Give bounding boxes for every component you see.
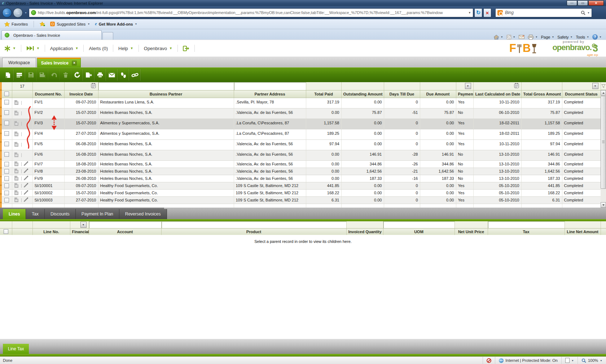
column-header-product[interactable]: Product [161, 228, 346, 235]
browser-tab-sales-invoice[interactable]: Openbravo - Sales Invoice [1, 30, 102, 40]
maximize-button[interactable]: ▭ [578, 0, 588, 6]
search-box[interactable]: Bing ▼ [495, 8, 592, 17]
filter-last-calculated-on-date[interactable] [473, 82, 521, 90]
toolbar-delete-button[interactable] [60, 69, 71, 81]
column-header-due-amount[interactable]: Due Amount [420, 90, 456, 98]
filter-tax[interactable] [488, 221, 565, 228]
filter-financial[interactable]: ▼ [70, 221, 89, 228]
document-icon[interactable] [14, 100, 19, 106]
column-header-total-gross-amount[interactable]: Total Gross Amount [521, 90, 562, 98]
dropdown-filter-button[interactable]: ▼ [592, 83, 598, 89]
column-header-invoice-date[interactable]: Invoice Date [64, 90, 98, 98]
tab-reversed-invoices[interactable]: Reversed Invoices [119, 209, 167, 219]
edit-icon[interactable] [23, 169, 28, 174]
document-icon[interactable] [14, 176, 19, 182]
minimize-button[interactable]: — [567, 0, 577, 6]
toolbar-export-button[interactable] [83, 69, 95, 81]
toolbar-audit-trail-button[interactable] [118, 69, 129, 81]
forward-button[interactable]: → [13, 8, 23, 18]
tab-line-tax[interactable]: Line Tax [3, 344, 29, 354]
filter-document-status[interactable]: ▼ [562, 82, 601, 90]
vertical-scrollbar[interactable] [601, 82, 606, 208]
document-icon[interactable] [14, 121, 19, 127]
row-checkbox[interactable] [4, 198, 9, 203]
scroll-up-button[interactable] [601, 90, 606, 96]
refresh-button[interactable]: ↻ [474, 8, 482, 17]
toolbar-undo-button[interactable] [48, 69, 60, 81]
toolbar-discard-button[interactable] [37, 69, 48, 81]
filter-account[interactable] [89, 221, 161, 228]
document-icon[interactable] [14, 183, 19, 189]
column-header-invoiced-quantity[interactable]: Invoiced Quantity [346, 228, 383, 235]
edit-icon[interactable] [23, 183, 28, 188]
column-header-outstanding-amount[interactable]: Outstanding Amount [341, 90, 384, 98]
alerts-menu[interactable]: Alerts (0) [89, 46, 108, 51]
document-icon[interactable] [14, 190, 19, 196]
filter-funnel-button[interactable] [601, 82, 606, 90]
security-zone[interactable]: Internet | Protected Mode: On [495, 357, 561, 364]
close-icon[interactable]: × [72, 61, 77, 66]
page-menu[interactable]: Page ▼ [541, 35, 554, 39]
logout-button[interactable] [183, 46, 189, 51]
edit-icon[interactable] [23, 197, 28, 203]
toolbar-new-document-button[interactable] [2, 69, 14, 81]
filter-uom[interactable] [383, 221, 454, 228]
tab-sales-invoice[interactable]: Sales Invoice × [37, 58, 81, 67]
row-checkbox[interactable] [4, 162, 9, 167]
column-header-business-partner[interactable]: Business Partner [98, 90, 234, 98]
row-checkbox[interactable] [4, 183, 9, 188]
edit-icon[interactable] [23, 176, 28, 181]
read-mail-button[interactable] [519, 35, 524, 39]
row-checkbox[interactable] [4, 142, 9, 146]
row-checkbox[interactable] [4, 152, 9, 157]
edit-icon[interactable] [23, 190, 28, 196]
column-header-account[interactable]: Account [89, 228, 161, 235]
tab-lines[interactable]: Lines [3, 209, 26, 219]
invoice-row-fv-1[interactable]: FV/109-07-2010Restaurantes Luna Llena, S… [2, 98, 601, 108]
dropdown-filter-button[interactable]: ▼ [465, 83, 471, 89]
row-checkbox[interactable] [4, 176, 9, 181]
row-checkbox[interactable] [4, 131, 9, 136]
invoice-row-fv-7[interactable]: FV/718-08-2010Hoteles Buenas Noches, S.A… [2, 160, 601, 168]
quick-launch-button[interactable]: ▼ [26, 46, 40, 51]
help-menu[interactable]: ? ▼ [592, 34, 602, 40]
url-field[interactable]: http://live.builds.openbravo.com/int-ful… [29, 8, 473, 17]
help-menu-ob[interactable]: Help ▼ [118, 46, 133, 51]
suggested-sites-button[interactable]: Suggested Sites ▼ [49, 21, 91, 27]
scroll-down-button[interactable] [601, 202, 606, 208]
select-all-checkbox[interactable] [4, 229, 8, 234]
application-menu[interactable]: Application ▼ [50, 46, 79, 51]
favorites-button[interactable]: Favorites [3, 21, 29, 27]
document-icon[interactable] [14, 161, 19, 167]
workspace-menu-button[interactable]: ▼ [4, 45, 16, 52]
column-header-document-no[interactable]: Document No. [32, 90, 64, 98]
toolbar-save-button[interactable] [25, 69, 37, 81]
column-header-line-net-amount[interactable]: Line Net Amount [565, 228, 601, 235]
edit-icon[interactable] [23, 161, 28, 167]
filter-invoice-date[interactable] [64, 82, 98, 90]
document-icon[interactable] [14, 197, 19, 203]
invoice-row-si-100003[interactable]: SI/10000327-07-2010Healthy Food Supermar… [2, 196, 601, 204]
toolbar-refresh-button[interactable] [71, 69, 83, 81]
invoice-row-fv-6[interactable]: FV/616-08-2010Hoteles Buenas Noches, S.A… [2, 150, 601, 160]
calendar-icon[interactable] [91, 83, 96, 89]
column-header-last-calculated-on-date[interactable]: Last Calculated on Date [473, 90, 521, 98]
url-dropdown-icon[interactable]: ▼ [467, 11, 471, 14]
column-header-tax[interactable]: Tax [488, 228, 565, 235]
scrollbar-thumb[interactable] [601, 96, 606, 189]
column-header-total-paid[interactable]: Total Paid [306, 90, 341, 98]
invoice-row-fv-8[interactable]: FV/823-08-2010Hoteles Buenas Noches, S.A… [2, 168, 601, 175]
filter-payment[interactable]: ▼ [456, 82, 473, 90]
column-header-days-till-due[interactable]: Days Till Due [384, 90, 420, 98]
stop-button[interactable]: × [483, 8, 491, 17]
print-button[interactable]: ▼ [528, 35, 538, 40]
dropdown-filter-button[interactable]: ▼ [80, 222, 87, 228]
column-header-line-no[interactable]: Line No. [32, 228, 70, 235]
back-button[interactable]: ← [2, 8, 12, 18]
home-button[interactable]: ▼ [493, 35, 503, 40]
tab-discounts[interactable]: Discounts [45, 209, 76, 219]
row-checkbox[interactable] [4, 121, 9, 125]
invoice-row-si-100002[interactable]: SI/10000215-07-2010Healthy Food Supermar… [2, 189, 601, 196]
column-header-net-unit-price[interactable]: Net Unit Price [454, 228, 488, 235]
search-dropdown-icon[interactable]: ▼ [587, 12, 590, 14]
